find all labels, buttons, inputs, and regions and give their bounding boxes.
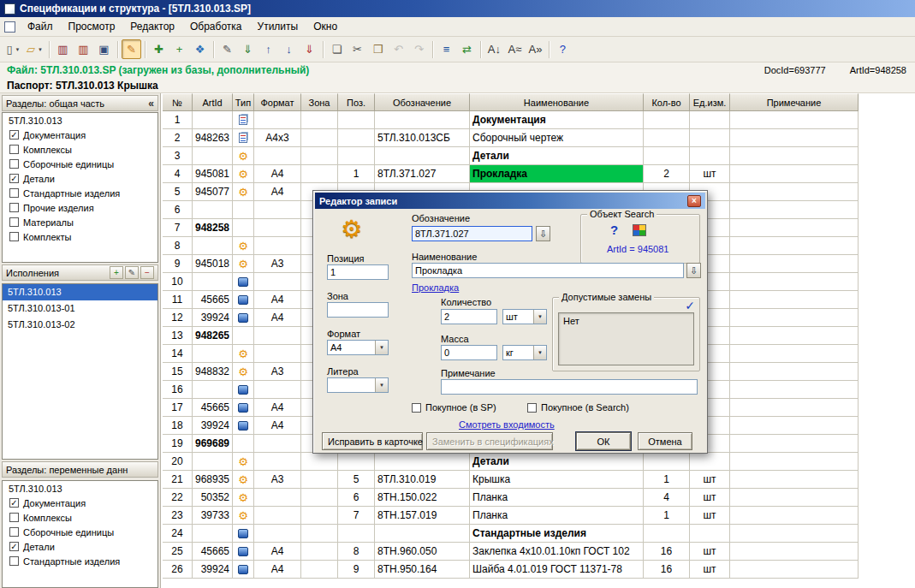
section-common-item-2[interactable]: Сборочные единицы (3, 157, 157, 171)
edit-record-button[interactable]: ✎ (217, 39, 237, 59)
structure-button[interactable]: ❖ (190, 39, 210, 59)
column-header-2[interactable]: Тип (233, 93, 254, 111)
section-variable-item-3[interactable]: ✓Детали (3, 539, 157, 554)
section-common-item-7[interactable]: Комплекты (3, 229, 157, 244)
menu-utilities[interactable]: Утилиты (250, 18, 306, 35)
open-document-button[interactable]: ▱▼ (24, 39, 45, 59)
fix-in-card-button[interactable]: Исправить в карточке (322, 432, 423, 450)
menu-window[interactable]: Окно (306, 18, 345, 35)
delete-execution-button[interactable]: − (140, 266, 154, 279)
redo-button[interactable]: ↷ (409, 39, 429, 59)
section-variable-item-2[interactable]: Сборочные единицы (3, 525, 157, 539)
name-card-link[interactable]: Прокладка (412, 282, 459, 293)
mdi-child-icon[interactable] (4, 21, 15, 33)
execution-item-2[interactable]: 5ТЛ.310.013-02 (3, 317, 157, 333)
move-up-button[interactable]: ↑ (258, 39, 278, 59)
combo-arrow-icon[interactable]: ▼ (375, 378, 388, 392)
mass-unit-combo[interactable]: кг ▼ (502, 345, 547, 360)
load-from-base-button[interactable]: ▥ (53, 39, 73, 59)
replace-in-specs-button[interactable]: Заменить в спецификациях (426, 432, 553, 450)
dropdown-arrow-icon[interactable]: ▼ (38, 47, 43, 52)
column-header-9[interactable]: Ед.изм. (690, 93, 730, 111)
new-document-button[interactable]: ▯▼ (3, 39, 23, 59)
cancel-button[interactable]: Отмена (638, 432, 692, 450)
cut-button[interactable]: ✂ (348, 39, 367, 59)
menu-editor[interactable]: Редактор (122, 18, 182, 35)
dialog-titlebar[interactable]: Редактор записи × (315, 193, 705, 209)
litera-combo[interactable]: ▼ (327, 377, 389, 393)
table-row-20[interactable]: 20⚙Детали (163, 453, 915, 471)
section-common-item-1[interactable]: Комплексы (3, 142, 157, 157)
section-variable-item-0[interactable]: ✓Документация (3, 496, 157, 510)
collapse-sidebar-button[interactable]: « (148, 98, 154, 110)
column-header-8[interactable]: Кол-во (644, 93, 690, 111)
ok-button[interactable]: ОК (576, 432, 631, 450)
table-row-1[interactable]: 1Документация (163, 111, 915, 129)
table-row-4[interactable]: 4945081⚙A418ТЛ.371.027Прокладка2шт (163, 165, 915, 183)
checkbox[interactable] (9, 188, 19, 198)
section-common-item-6[interactable]: Материалы (3, 215, 157, 229)
view-usage-link[interactable]: Смотреть входимость (459, 419, 555, 430)
checkbox[interactable] (412, 403, 421, 413)
add-execution-button[interactable]: + (110, 266, 123, 279)
name-drop-button[interactable]: ⇩ (686, 263, 701, 278)
search-help-icon[interactable]: ? (610, 223, 618, 237)
help-button[interactable]: ? (553, 39, 573, 59)
execution-item-0[interactable]: 5ТЛ.310.013 (3, 284, 157, 300)
sort-button[interactable]: А↓ (484, 39, 504, 59)
purchased-search-checkbox[interactable]: Покупное (в Search) (527, 402, 629, 413)
search-object-icon[interactable] (633, 224, 646, 236)
save-button[interactable]: ▣ (94, 39, 114, 59)
column-header-5[interactable]: Поз. (338, 93, 375, 111)
table-row-3[interactable]: 3⚙Детали (163, 147, 915, 165)
dialog-close-button[interactable]: × (687, 195, 701, 207)
execution-item-1[interactable]: 5ТЛ.310.013-01 (3, 300, 157, 317)
edit-card-button[interactable]: ✎ (122, 39, 141, 59)
section-common-item-3[interactable]: ✓Детали (3, 171, 157, 186)
column-header-6[interactable]: Обозначение (375, 93, 470, 111)
table-row-25[interactable]: 2545665A488ТН.960.050Заклепка 4х10.01.10… (163, 543, 915, 561)
zone-input[interactable] (327, 302, 389, 318)
column-header-4[interactable]: Зона (301, 93, 338, 111)
checkbox[interactable] (9, 513, 19, 522)
checkbox[interactable] (9, 556, 19, 566)
variable-root-item[interactable]: 5ТЛ.310.013 (3, 481, 157, 496)
table-row-2[interactable]: 2948263A4x35ТЛ.310.013СБСборочный чертеж (163, 129, 915, 147)
renumber-button[interactable]: ≡ (437, 39, 456, 59)
purchased-sp-checkbox[interactable]: Покупное (в SP) (412, 402, 496, 413)
checkbox[interactable]: ✓ (9, 542, 19, 551)
note-input[interactable] (441, 379, 698, 395)
name-input[interactable] (412, 263, 684, 278)
section-variable-item-1[interactable]: Комплексы (3, 510, 157, 525)
find-next-button[interactable]: А» (526, 39, 545, 59)
checkbox[interactable]: ✓ (9, 498, 19, 508)
checkbox[interactable]: ✓ (9, 174, 19, 183)
designation-input[interactable] (412, 226, 532, 241)
checkbox[interactable] (9, 145, 19, 154)
combo-arrow-icon[interactable]: ▼ (533, 310, 546, 324)
table-row-26[interactable]: 2639924A498ТН.950.164Шайба 4.01.019 ГОСТ… (163, 561, 915, 579)
menu-view[interactable]: Просмотр (61, 18, 123, 35)
position-input[interactable] (327, 264, 389, 280)
combo-arrow-icon[interactable]: ▼ (375, 341, 388, 354)
recalc-button[interactable]: ⇄ (457, 39, 477, 59)
table-row-21[interactable]: 21968935⚙A358ТЛ.310.019Крышка1шт (163, 471, 915, 489)
edit-execution-button[interactable]: ✎ (125, 266, 139, 279)
section-common-item-0[interactable]: ✓Документация (3, 128, 157, 142)
checkbox[interactable] (527, 403, 537, 413)
export-record-button[interactable]: ⇓ (300, 39, 319, 59)
add-child-record-button[interactable]: + (169, 39, 189, 59)
column-header-3[interactable]: Формат (254, 93, 301, 111)
move-down-button[interactable]: ↓ (279, 39, 299, 59)
column-header-7[interactable]: Наименование (470, 93, 644, 111)
table-row-23[interactable]: 2339733⚙78ТН.157.019Планка1шт (163, 507, 915, 525)
column-header-1[interactable]: ArtId (193, 93, 233, 111)
menu-processing[interactable]: Обработка (182, 18, 250, 35)
paste-button[interactable]: ❒ (368, 39, 388, 59)
column-header-10[interactable]: Примечание (730, 93, 859, 111)
checkbox[interactable] (9, 159, 19, 169)
common-root-item[interactable]: 5ТЛ.310.013 (3, 113, 157, 128)
mass-input[interactable] (441, 345, 497, 360)
table-row-22[interactable]: 2250352⚙68ТН.150.022Планка4шт (163, 489, 915, 507)
checkbox[interactable]: ✓ (9, 130, 19, 140)
